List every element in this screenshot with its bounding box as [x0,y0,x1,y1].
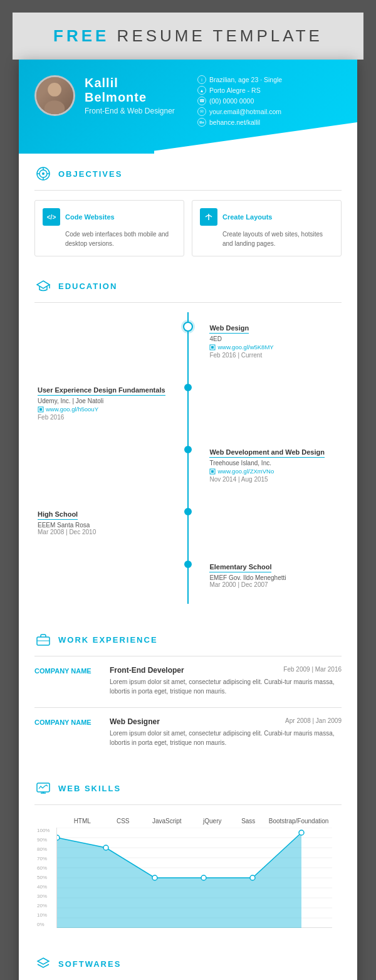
edu-date-3: Mar 2008 | Dec 2010 [38,529,167,535]
svg-point-33 [57,835,60,840]
work-date-1: Apr 2008 | Jan 2009 [285,717,342,726]
svg-rect-12 [211,346,214,349]
layers-icon [36,957,50,971]
skills-header: WEB SKILLS [34,779,342,797]
obj-title-0: Code Websites [65,213,115,221]
education-title: EDUCATION [58,282,117,291]
contact-icon-phone: ☎ [197,97,206,105]
objective-card-1: Create Layouts Create layouts of web sit… [192,200,342,256]
resume-header: Kallil Belmonte Front-End & Web Designer… [19,60,357,154]
contact-behance: Be behance.net/kallil [197,118,342,127]
skill-label-2: JavaScript [145,818,189,825]
timeline-item-0: Web Design 4ED www.goo.gl/w5K8MY Feb 201… [34,319,342,362]
obj-desc-0: Code web interfaces both mobile and desk… [43,229,176,248]
edu-org-4: EMEF Gov. Ildo Meneghetti [209,574,338,581]
skills-title: WEB SKILLS [58,784,121,793]
education-section: EDUCATION Web Design 4ED www.goo.gl/w5K8… [19,266,357,619]
svg-point-35 [152,875,157,880]
svg-marker-39 [38,958,49,964]
svg-point-1 [44,100,65,116]
monitor-icon [36,782,51,794]
education-header: EDUCATION [34,277,342,295]
obj-icon-code: </> [43,208,60,226]
work-position-0: Front-End Developer [110,666,184,675]
header-contact: i Brazilian, age 23 · Single ▲ Porto Ale… [179,75,342,129]
work-title: WORK EXPERIENCE [58,635,158,645]
edu-title-4: Elementary School [209,563,271,572]
avatar-image [36,75,73,116]
skill-label-5: Bootstrap/Foundation [269,818,325,825]
skill-label-1: CSS [109,818,137,825]
svg-point-36 [201,875,206,880]
skills-labels: HTML CSS JavaScript jQuery Sass Bootstra… [56,818,332,825]
edu-date-4: Mar 2000 | Dec 2007 [209,581,338,588]
candidate-name: Kallil Belmonte [85,76,179,105]
edu-title-2: Web Development and Web Design [209,448,325,458]
education-icon [34,277,52,295]
work-desc-0: Lorem ipsum dolor sit amet, consectetur … [110,677,342,696]
work-company-0: COMPANY NAME [34,666,103,696]
edu-org-3: EEEM Santa Rosa [38,522,167,529]
timeline-dot-1 [184,384,192,391]
svg-point-37 [250,875,255,880]
skill-label-3: jQuery [197,818,228,825]
y-axis: 100% 90% 80% 70% 60% 50% 40% 30% 20% 10%… [37,828,50,927]
contact-icon-location: ▲ [197,86,206,95]
candidate-role: Front-End & Web Designer [85,107,179,115]
contact-nationality: i Brazilian, age 23 · Single [197,75,342,84]
contact-icon-behance: Be [197,118,206,127]
edu-title-0: Web Design [209,324,249,334]
skill-label-4: Sass [236,818,261,825]
header-left: Kallil Belmonte Front-End & Web Designer [34,75,179,116]
skills-chart-wrapper: HTML CSS JavaScript jQuery Sass Bootstra… [34,814,342,934]
avatar [34,75,75,116]
timeline-dot-2 [184,446,192,453]
softwares-icon [34,955,52,972]
objectives-title: OBJECTIVES [58,169,122,179]
svg-point-0 [48,83,61,97]
svg-rect-16 [211,470,214,473]
svg-point-4 [42,172,44,175]
work-header: WORK EXPERIENCE [34,631,342,648]
work-divider-2 [34,707,342,708]
obj-title-1: Create Layouts [222,213,272,221]
briefcase-icon [36,633,51,646]
work-company-1: COMPANY NAME [34,717,103,747]
timeline-dot-3 [184,508,192,515]
timeline-dot-4 [184,561,192,568]
svg-point-34 [103,845,108,850]
skills-divider [34,804,342,805]
page-title-wrapper: FREE RESUME TEMPLATE [13,13,363,60]
skills-chart: 100% 90% 80% 70% 60% 50% 40% 30% 20% 10%… [56,828,332,928]
softwares-section: SOFTWARES Photoshop 40% Illustrator [19,944,357,980]
work-divider [34,656,342,656]
education-timeline: Web Design 4ED www.goo.gl/w5K8MY Feb 201… [34,312,342,604]
edu-org-2: Treehouse Island, Inc. [209,460,338,466]
edu-link-1: www.goo.gl/h5oouY [38,406,167,413]
page-title: FREE RESUME TEMPLATE [19,26,357,46]
education-divider [34,302,342,303]
edu-date-2: Nov 2014 | Aug 2015 [209,476,338,483]
objectives-icon [34,165,52,182]
edu-link-0: www.goo.gl/w5K8MY [209,344,338,350]
edu-title-1: User Experience Design Fundamentals [38,386,165,396]
objectives-divider [34,190,342,191]
work-desc-1: Lorem ipsum dolor sit amet, consectetur … [110,729,342,747]
objectives-header: OBJECTIVES [34,165,342,182]
timeline-dot-0 [183,322,193,332]
objective-card-0: </> Code Websites Code web interfaces bo… [34,200,184,256]
contact-phone: ☎ (00) 0000 0000 [197,97,342,105]
timeline-item-4: Elementary School EMEF Gov. Ildo Meneghe… [34,557,342,591]
work-item-1: COMPANY NAME Web Designer Apr 2008 | Jan… [34,717,342,747]
work-icon [34,631,52,648]
skill-label-0: HTML [63,818,101,825]
svg-marker-9 [37,281,50,288]
svg-rect-14 [39,408,42,411]
contact-icon-info: i [197,75,206,84]
timeline-item-3: High School EEEM Santa Rosa Mar 2008 | D… [34,505,342,539]
svg-point-38 [299,830,304,835]
chart-svg [57,828,332,928]
edu-org-0: 4ED [209,335,338,342]
softwares-title: SOFTWARES [58,959,121,969]
work-section: WORK EXPERIENCE COMPANY NAME Front-End D… [19,619,357,768]
